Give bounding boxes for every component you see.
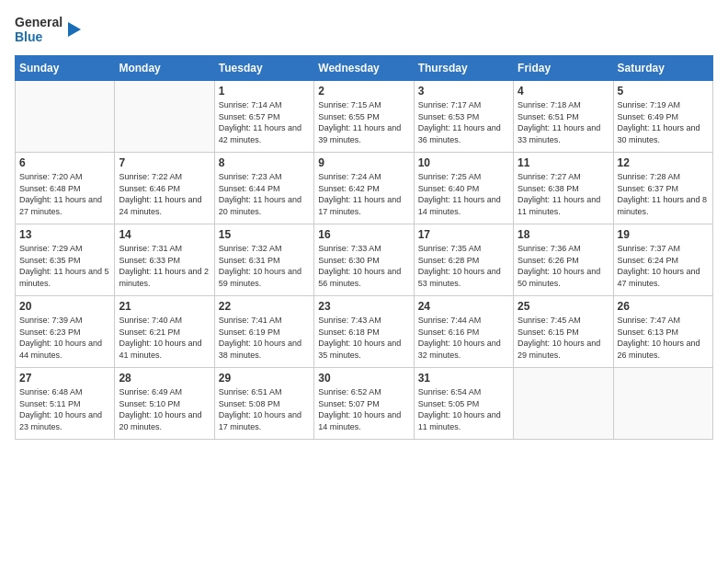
- day-number: 18: [518, 228, 609, 241]
- day-number: 23: [318, 300, 409, 313]
- weekday-header-sunday: Sunday: [16, 56, 115, 81]
- calendar-cell: 5Sunrise: 7:19 AM Sunset: 6:49 PM Daylig…: [613, 81, 712, 153]
- calendar-cell: [115, 81, 214, 153]
- day-number: 31: [418, 372, 509, 385]
- weekday-header-monday: Monday: [115, 56, 214, 81]
- day-number: 25: [518, 300, 609, 313]
- calendar-cell: 8Sunrise: 7:23 AM Sunset: 6:44 PM Daylig…: [214, 153, 313, 224]
- calendar-cell: 10Sunrise: 7:25 AM Sunset: 6:40 PM Dayli…: [414, 153, 513, 224]
- day-number: 15: [219, 228, 310, 241]
- calendar-cell: 7Sunrise: 7:22 AM Sunset: 6:46 PM Daylig…: [115, 153, 214, 224]
- day-number: 13: [19, 228, 110, 241]
- day-info: Sunrise: 6:51 AM Sunset: 5:08 PM Dayligh…: [219, 386, 310, 432]
- day-number: 3: [418, 85, 509, 98]
- day-number: 10: [418, 156, 509, 169]
- calendar-cell: 24Sunrise: 7:44 AM Sunset: 6:16 PM Dayli…: [414, 296, 513, 368]
- day-info: Sunrise: 7:36 AM Sunset: 6:26 PM Dayligh…: [518, 243, 609, 289]
- day-number: 24: [418, 300, 509, 313]
- day-info: Sunrise: 7:17 AM Sunset: 6:53 PM Dayligh…: [418, 99, 509, 145]
- calendar-cell: 19Sunrise: 7:37 AM Sunset: 6:24 PM Dayli…: [613, 224, 712, 296]
- day-info: Sunrise: 7:24 AM Sunset: 6:42 PM Dayligh…: [318, 171, 409, 217]
- weekday-header-wednesday: Wednesday: [314, 56, 414, 81]
- calendar-cell: 13Sunrise: 7:29 AM Sunset: 6:35 PM Dayli…: [16, 224, 115, 296]
- calendar-cell: 14Sunrise: 7:31 AM Sunset: 6:33 PM Dayli…: [115, 224, 214, 296]
- day-info: Sunrise: 7:31 AM Sunset: 6:33 PM Dayligh…: [119, 243, 210, 289]
- calendar-cell: 15Sunrise: 7:32 AM Sunset: 6:31 PM Dayli…: [214, 224, 313, 296]
- calendar-cell: 20Sunrise: 7:39 AM Sunset: 6:23 PM Dayli…: [16, 296, 115, 368]
- day-info: Sunrise: 7:41 AM Sunset: 6:19 PM Dayligh…: [219, 315, 310, 361]
- calendar-cell: 25Sunrise: 7:45 AM Sunset: 6:15 PM Dayli…: [514, 296, 613, 368]
- day-number: 17: [418, 228, 509, 241]
- weekday-header-thursday: Thursday: [414, 56, 513, 81]
- weekday-header-tuesday: Tuesday: [214, 56, 313, 81]
- calendar-week-row: 1Sunrise: 7:14 AM Sunset: 6:57 PM Daylig…: [16, 81, 713, 153]
- day-info: Sunrise: 7:37 AM Sunset: 6:24 PM Dayligh…: [618, 243, 709, 289]
- day-number: 27: [19, 372, 110, 385]
- day-info: Sunrise: 7:33 AM Sunset: 6:30 PM Dayligh…: [318, 243, 409, 289]
- day-info: Sunrise: 7:28 AM Sunset: 6:37 PM Dayligh…: [618, 171, 709, 217]
- calendar-cell: 26Sunrise: 7:47 AM Sunset: 6:13 PM Dayli…: [613, 296, 712, 368]
- day-number: 19: [618, 228, 709, 241]
- day-number: 4: [518, 85, 609, 98]
- calendar-cell: [16, 81, 115, 153]
- logo-triangle-icon: [64, 20, 83, 39]
- day-info: Sunrise: 7:27 AM Sunset: 6:38 PM Dayligh…: [518, 171, 609, 217]
- calendar-table: SundayMondayTuesdayWednesdayThursdayFrid…: [15, 55, 713, 440]
- day-info: Sunrise: 6:52 AM Sunset: 5:07 PM Dayligh…: [318, 386, 409, 432]
- calendar-cell: 17Sunrise: 7:35 AM Sunset: 6:28 PM Dayli…: [414, 224, 513, 296]
- calendar-week-row: 13Sunrise: 7:29 AM Sunset: 6:35 PM Dayli…: [16, 224, 713, 296]
- calendar-cell: 6Sunrise: 7:20 AM Sunset: 6:48 PM Daylig…: [16, 153, 115, 224]
- day-info: Sunrise: 7:22 AM Sunset: 6:46 PM Dayligh…: [119, 171, 210, 217]
- day-info: Sunrise: 7:44 AM Sunset: 6:16 PM Dayligh…: [418, 315, 509, 361]
- day-info: Sunrise: 7:19 AM Sunset: 6:49 PM Dayligh…: [618, 99, 709, 145]
- day-number: 16: [318, 228, 409, 241]
- day-number: 9: [318, 156, 409, 169]
- day-info: Sunrise: 7:14 AM Sunset: 6:57 PM Dayligh…: [219, 99, 310, 145]
- day-number: 29: [219, 372, 310, 385]
- calendar-cell: 9Sunrise: 7:24 AM Sunset: 6:42 PM Daylig…: [314, 153, 414, 224]
- day-info: Sunrise: 7:35 AM Sunset: 6:28 PM Dayligh…: [418, 243, 509, 289]
- calendar-cell: 30Sunrise: 6:52 AM Sunset: 5:07 PM Dayli…: [314, 368, 414, 440]
- calendar-cell: 16Sunrise: 7:33 AM Sunset: 6:30 PM Dayli…: [314, 224, 414, 296]
- day-number: 8: [219, 156, 310, 169]
- calendar-cell: 28Sunrise: 6:49 AM Sunset: 5:10 PM Dayli…: [115, 368, 214, 440]
- day-info: Sunrise: 7:20 AM Sunset: 6:48 PM Dayligh…: [19, 171, 110, 217]
- calendar-cell: 29Sunrise: 6:51 AM Sunset: 5:08 PM Dayli…: [214, 368, 313, 440]
- calendar-cell: 4Sunrise: 7:18 AM Sunset: 6:51 PM Daylig…: [514, 81, 613, 153]
- day-number: 22: [219, 300, 310, 313]
- day-number: 6: [19, 156, 110, 169]
- day-info: Sunrise: 7:39 AM Sunset: 6:23 PM Dayligh…: [19, 315, 110, 361]
- calendar-cell: 27Sunrise: 6:48 AM Sunset: 5:11 PM Dayli…: [16, 368, 115, 440]
- calendar-week-row: 6Sunrise: 7:20 AM Sunset: 6:48 PM Daylig…: [16, 153, 713, 224]
- day-number: 7: [119, 156, 210, 169]
- day-number: 28: [119, 372, 210, 385]
- calendar-cell: [514, 368, 613, 440]
- day-info: Sunrise: 7:45 AM Sunset: 6:15 PM Dayligh…: [518, 315, 609, 361]
- day-number: 14: [119, 228, 210, 241]
- calendar-cell: 12Sunrise: 7:28 AM Sunset: 6:37 PM Dayli…: [613, 153, 712, 224]
- calendar-cell: 23Sunrise: 7:43 AM Sunset: 6:18 PM Dayli…: [314, 296, 414, 368]
- day-info: Sunrise: 7:18 AM Sunset: 6:51 PM Dayligh…: [518, 99, 609, 145]
- day-info: Sunrise: 6:48 AM Sunset: 5:11 PM Dayligh…: [19, 386, 110, 432]
- day-number: 21: [119, 300, 210, 313]
- calendar-cell: 31Sunrise: 6:54 AM Sunset: 5:05 PM Dayli…: [414, 368, 513, 440]
- day-number: 11: [518, 156, 609, 169]
- day-number: 20: [19, 300, 110, 313]
- day-info: Sunrise: 7:47 AM Sunset: 6:13 PM Dayligh…: [618, 315, 709, 361]
- logo: General Blue: [15, 15, 83, 44]
- weekday-header-saturday: Saturday: [613, 56, 712, 81]
- day-info: Sunrise: 7:29 AM Sunset: 6:35 PM Dayligh…: [19, 243, 110, 289]
- day-info: Sunrise: 7:32 AM Sunset: 6:31 PM Dayligh…: [219, 243, 310, 289]
- day-info: Sunrise: 7:40 AM Sunset: 6:21 PM Dayligh…: [119, 315, 210, 361]
- logo-general: General: [15, 15, 63, 29]
- calendar-week-row: 27Sunrise: 6:48 AM Sunset: 5:11 PM Dayli…: [16, 368, 713, 440]
- page-header: General Blue: [15, 15, 713, 44]
- calendar-week-row: 20Sunrise: 7:39 AM Sunset: 6:23 PM Dayli…: [16, 296, 713, 368]
- logo-graphic: General Blue: [15, 15, 83, 44]
- day-info: Sunrise: 7:23 AM Sunset: 6:44 PM Dayligh…: [219, 171, 310, 217]
- calendar-cell: 1Sunrise: 7:14 AM Sunset: 6:57 PM Daylig…: [214, 81, 313, 153]
- day-number: 26: [618, 300, 709, 313]
- weekday-header-row: SundayMondayTuesdayWednesdayThursdayFrid…: [16, 56, 713, 81]
- day-info: Sunrise: 6:49 AM Sunset: 5:10 PM Dayligh…: [119, 386, 210, 432]
- calendar-cell: 21Sunrise: 7:40 AM Sunset: 6:21 PM Dayli…: [115, 296, 214, 368]
